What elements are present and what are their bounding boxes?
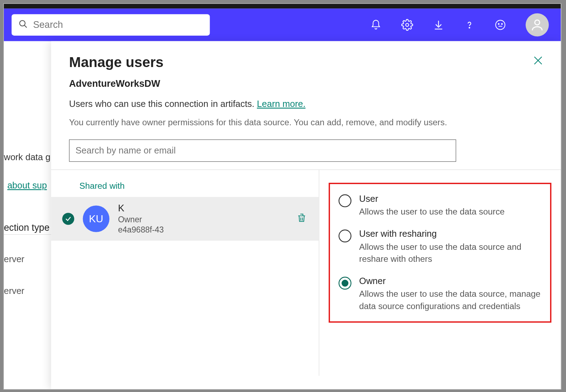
close-button[interactable] [532,55,544,68]
role-selection-column: User Allows the user to use the data sou… [319,170,561,376]
role-title: Owner [359,276,541,286]
user-id: e4a9688f-43 [118,225,285,235]
titlebar-strip [4,4,561,8]
learn-more-link[interactable]: Learn more. [257,99,306,109]
account-avatar[interactable] [526,13,549,37]
bg-server-row-1: erver [4,254,24,264]
feedback-icon[interactable] [495,19,506,31]
global-search[interactable] [12,14,210,36]
help-icon[interactable] [464,19,475,31]
users-list-column: Shared with KU K Owner e4a9688f-43 [51,170,319,376]
radio-owner[interactable] [338,277,351,289]
svg-point-0 [20,20,25,26]
radio-user-resharing[interactable] [338,230,351,242]
user-avatar: KU [83,205,109,232]
svg-point-6 [501,24,502,25]
user-info: K Owner e4a9688f-43 [118,203,285,235]
svg-point-4 [496,20,505,29]
radio-user[interactable] [338,194,351,207]
user-role: Owner [118,215,285,224]
role-desc: Allows the user to use the data source, … [359,288,541,312]
svg-line-1 [24,25,27,28]
selected-check-icon [62,213,74,225]
remove-user-button[interactable] [294,209,309,228]
svg-point-2 [406,23,409,26]
svg-point-3 [469,27,470,28]
role-title: User [359,193,541,204]
panel-subtitle: AdventureWorksDW [69,78,543,89]
role-option-user-resharing[interactable]: User with resharing Allows the user to u… [338,229,541,265]
bg-link-fragment[interactable]: about sup [7,180,47,191]
bg-heading-fragment: ection type [4,222,49,234]
role-options-highlight: User Allows the user to use the data sou… [329,183,551,322]
shared-with-header: Shared with [51,177,319,197]
panel-split: Shared with KU K Owner e4a9688f-43 [51,169,561,376]
panel-title: Manage users [69,54,543,70]
app-frame: work data g about sup ection type erver … [4,4,561,390]
role-option-owner[interactable]: Owner Allows the user to use the data so… [338,276,541,312]
global-search-input[interactable] [33,19,203,31]
panel-permissions-note: You currently have owner permissions for… [69,117,543,127]
svg-point-7 [535,20,540,25]
svg-point-5 [498,24,499,25]
search-icon [18,19,28,31]
user-row[interactable]: KU K Owner e4a9688f-43 [51,197,319,241]
user-name: K [118,203,285,214]
role-desc: Allows the user to use the data source a… [359,241,541,265]
topbar-actions [370,13,553,37]
notifications-icon[interactable] [370,19,381,31]
download-icon[interactable] [433,19,444,31]
role-option-user[interactable]: User Allows the user to use the data sou… [338,193,541,217]
bg-server-row-2: erver [4,286,24,296]
bg-text-fragment: work data g [4,152,50,162]
panel-description: Users who can use this connection in art… [69,99,543,109]
manage-users-panel: Manage users AdventureWorksDW Users who … [51,41,561,389]
settings-icon[interactable] [401,19,413,31]
role-desc: Allows the user to use the data source [359,205,541,217]
panel-desc-text: Users who can use this connection in art… [69,99,257,109]
top-navbar [4,8,561,41]
user-search-input[interactable] [69,139,456,162]
role-title: User with resharing [359,229,541,239]
